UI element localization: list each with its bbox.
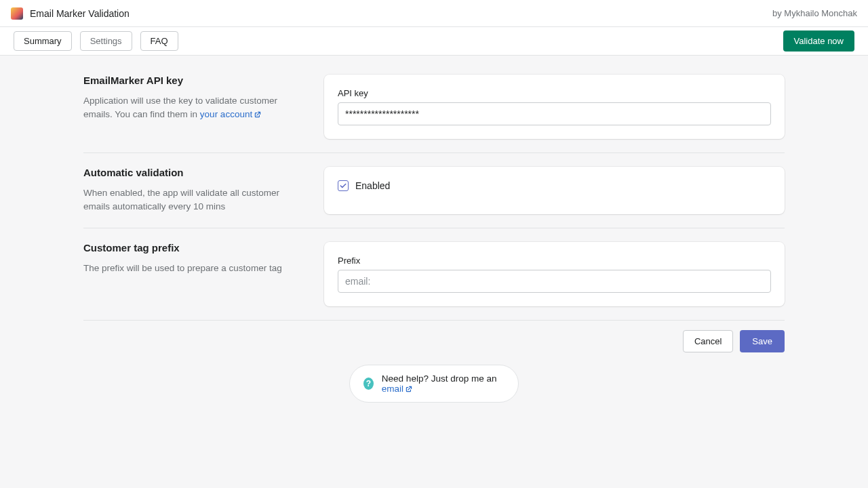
api-key-title: EmailMarker API key [83,75,311,86]
enabled-label: Enabled [355,180,390,191]
help-icon: ? [363,378,374,390]
your-account-link[interactable]: your account [200,109,262,119]
api-key-input[interactable] [338,102,771,125]
app-icon [11,7,23,20]
api-key-label: API key [338,88,771,98]
external-link-icon [254,110,262,119]
auto-desc: When enabled, the app will validate all … [83,186,294,214]
help-callout: ? Need help? Just drop me an email [349,365,519,403]
section-prefix: Customer tag prefix The prefix will be u… [83,228,785,321]
help-email-link[interactable]: email [382,384,413,394]
api-key-desc: Application will use the key to validate… [83,94,294,122]
tab-summary[interactable]: Summary [14,31,72,51]
app-title: Email Marker Validation [30,8,130,19]
prefix-label: Prefix [338,256,771,266]
tab-faq[interactable]: FAQ [140,31,178,51]
top-bar: Email Marker Validation by Mykhailo Monc… [0,0,868,27]
prefix-desc: The prefix will be used to prepare a cus… [83,262,294,275]
section-auto-validation: Automatic validation When enabled, the a… [83,153,785,228]
prefix-input[interactable] [338,270,771,293]
auto-title: Automatic validation [83,167,311,178]
save-button[interactable]: Save [740,330,785,352]
cancel-button[interactable]: Cancel [683,330,733,352]
validate-now-button[interactable]: Validate now [783,30,854,52]
tab-settings[interactable]: Settings [80,31,132,51]
enabled-checkbox[interactable] [338,180,349,191]
nav-bar: Summary Settings FAQ Validate now [0,27,868,56]
external-link-icon [405,385,413,393]
form-actions: Cancel Save [83,321,785,352]
section-api-key: EmailMarker API key Application will use… [83,61,785,153]
check-icon [340,182,347,189]
byline: by Mykhailo Monchak [772,8,857,18]
prefix-title: Customer tag prefix [83,242,311,253]
